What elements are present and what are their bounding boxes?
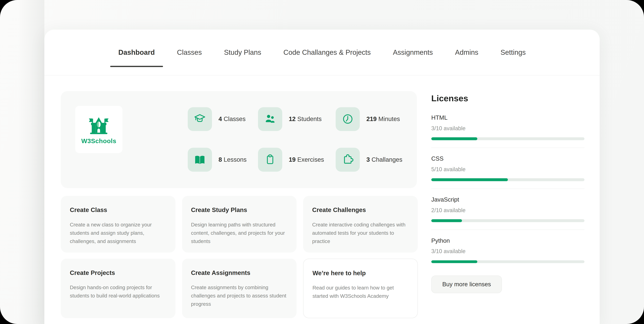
create-projects-card[interactable]: Create Projects Design hands-on coding p… <box>61 259 176 318</box>
license-availability: 2/10 available <box>431 207 584 214</box>
stat-label: 219 Minutes <box>366 115 400 123</box>
stat-minutes: 219 Minutes <box>336 107 400 131</box>
license-item-python: Python 3/10 available <box>431 237 584 263</box>
license-progress-fill <box>431 219 462 222</box>
tab-settings[interactable]: Settings <box>492 30 534 75</box>
license-availability: 5/10 available <box>431 166 584 173</box>
help-card[interactable]: We’re here to help Read our guides to le… <box>303 259 418 318</box>
stat-challanges: 3 Challanges <box>336 148 402 172</box>
school-logo-card: W3Schools <box>75 106 122 153</box>
buy-more-licenses-button[interactable]: Buy more licenses <box>431 276 502 293</box>
card-title: Create Study Plans <box>191 207 288 214</box>
divider <box>431 148 584 148</box>
license-name: Python <box>431 237 584 244</box>
divider <box>431 230 584 230</box>
stat-classes: 4 Classes <box>188 107 246 131</box>
license-name: CSS <box>431 155 584 162</box>
card-description: Create assignments by combining challeng… <box>191 283 288 308</box>
tab-admins[interactable]: Admins <box>447 30 486 75</box>
licenses-heading: Licenses <box>431 93 584 103</box>
tab-assignments[interactable]: Assignments <box>384 30 441 75</box>
card-description: Create interactive coding challenges wit… <box>312 221 409 246</box>
top-navigation-bar: Dashboard Classes Study Plans Code Chall… <box>44 30 600 76</box>
stat-label: 19 Exercises <box>289 156 324 163</box>
licenses-panel: Licenses HTML 3/10 available CSS 5/10 av… <box>431 93 584 293</box>
card-description: Read our guides to learn how to get star… <box>312 284 408 300</box>
stat-label: 3 Challanges <box>366 156 402 163</box>
license-progress-bar <box>431 219 584 222</box>
tab-code-challanges-projects[interactable]: Code Challanges & Projects <box>275 30 379 75</box>
license-item-css: CSS 5/10 available <box>431 155 584 181</box>
license-item-javascript: JavaScript 2/10 available <box>431 196 584 222</box>
create-study-plans-card[interactable]: Create Study Plans Design learning paths… <box>182 196 297 253</box>
card-title: Create Assignments <box>191 269 288 277</box>
license-progress-fill <box>431 178 508 181</box>
book-icon <box>188 148 212 172</box>
license-progress-fill <box>431 260 477 263</box>
create-challenges-card[interactable]: Create Challenges Create interactive cod… <box>303 196 418 253</box>
license-progress-bar <box>431 260 584 263</box>
clipboard-icon <box>258 148 282 172</box>
school-building-icon <box>88 114 110 136</box>
stat-label: 12 Students <box>289 115 322 123</box>
card-description: Design learning paths with structured co… <box>191 221 288 246</box>
page-edge-shade <box>0 0 44 324</box>
card-title: Create Challenges <box>312 207 409 214</box>
license-item-html: HTML 3/10 available <box>431 114 584 140</box>
license-name: HTML <box>431 114 584 121</box>
divider <box>431 189 584 189</box>
create-assignments-card[interactable]: Create Assignments Create assignments by… <box>182 259 297 318</box>
tab-study-plans[interactable]: Study Plans <box>216 30 270 75</box>
license-progress-bar <box>431 137 584 140</box>
app-canvas: Dashboard Classes Study Plans Code Chall… <box>0 0 644 324</box>
card-title: Create Projects <box>70 269 166 277</box>
stat-lessons: 8 Lessons <box>188 148 247 172</box>
stat-exercises: 19 Exercises <box>258 148 324 172</box>
clock-icon <box>336 107 360 131</box>
main-container: Dashboard Classes Study Plans Code Chall… <box>44 30 600 324</box>
license-name: JavaScript <box>431 196 584 203</box>
license-availability: 3/10 available <box>431 125 584 132</box>
school-stats-card: W3Schools 4 Classes <box>61 91 417 188</box>
card-description: Create a new class to organize your stud… <box>70 221 166 246</box>
license-availability: 3/10 available <box>431 248 584 255</box>
school-name: W3Schools <box>81 137 116 145</box>
stat-students: 12 Students <box>258 107 322 131</box>
tab-dashboard[interactable]: Dashboard <box>110 30 163 75</box>
students-icon <box>258 107 282 131</box>
main-nav: Dashboard Classes Study Plans Code Chall… <box>110 30 534 75</box>
tab-classes[interactable]: Classes <box>169 30 210 75</box>
card-title: We’re here to help <box>312 270 408 277</box>
graduation-cap-icon <box>188 107 212 131</box>
stat-label: 8 Lessons <box>218 156 247 163</box>
create-class-card[interactable]: Create Class Create a new class to organ… <box>61 196 176 253</box>
license-progress-fill <box>431 137 477 140</box>
card-description: Design hands-on coding projects for stud… <box>70 283 166 300</box>
card-title: Create Class <box>70 207 166 214</box>
license-progress-bar <box>431 178 584 181</box>
stat-label: 4 Classes <box>218 115 246 123</box>
action-cards-grid: Create Class Create a new class to organ… <box>61 196 418 318</box>
puzzle-icon <box>336 148 360 172</box>
